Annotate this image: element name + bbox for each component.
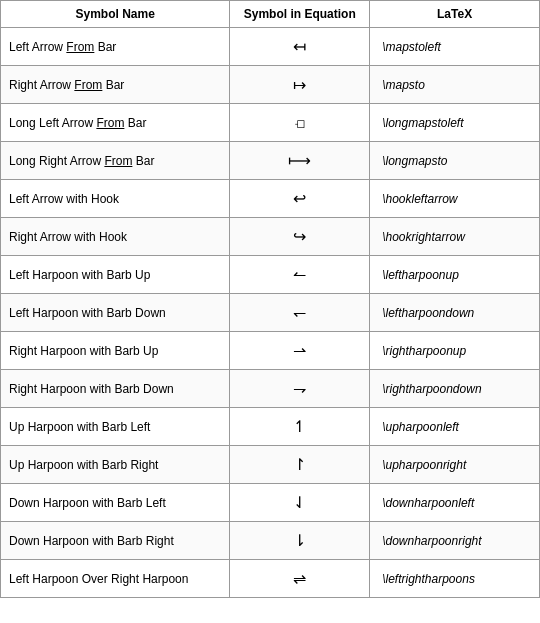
symbol-name-cell: Up Harpoon with Barb Right [1,446,230,484]
col-header-symbol: Symbol in Equation [230,1,370,28]
symbol-name-cell: Left Arrow with Hook [1,180,230,218]
table-row: Down Harpoon with Barb Left⇃\downharpoon… [1,484,540,522]
symbol-name-cell: Down Harpoon with Barb Left [1,484,230,522]
symbol-cell: ↿ [230,408,370,446]
symbol-cell: ⟤ [230,104,370,142]
table-row: Left Harpoon with Barb Down↽\leftharpoon… [1,294,540,332]
latex-cell: \leftrightharpoons [370,560,540,598]
table-row: Left Harpoon with Barb Up↼\leftharpoonup [1,256,540,294]
table-row: Long Left Arrow From Bar⟤\longmapstoleft [1,104,540,142]
latex-cell: \upharpoonright [370,446,540,484]
table-row: Down Harpoon with Barb Right⇂\downharpoo… [1,522,540,560]
latex-cell: \leftharpoondown [370,294,540,332]
latex-cell: \leftharpoonup [370,256,540,294]
latex-cell: \upharpoonleft [370,408,540,446]
symbol-cell: ⇃ [230,484,370,522]
symbol-name-cell: Long Right Arrow From Bar [1,142,230,180]
latex-cell: \rightharpoonup [370,332,540,370]
latex-cell: \longmapsto [370,142,540,180]
symbol-cell: ↪ [230,218,370,256]
table-row: Up Harpoon with Barb Left↿\upharpoonleft [1,408,540,446]
table-row: Long Right Arrow From Bar⟼\longmapsto [1,142,540,180]
symbol-cell: ⇂ [230,522,370,560]
symbol-cell: ↽ [230,294,370,332]
table-row: Up Harpoon with Barb Right↾\upharpoonrig… [1,446,540,484]
symbols-table: Symbol Name Symbol in Equation LaTeX Lef… [0,0,540,598]
col-header-latex: LaTeX [370,1,540,28]
symbol-name-cell: Left Harpoon with Barb Down [1,294,230,332]
table-row: Right Arrow From Bar↦\mapsto [1,66,540,104]
symbol-cell: ⟼ [230,142,370,180]
table-row: Right Harpoon with Barb Down⇁\rightharpo… [1,370,540,408]
latex-cell: \mapsto [370,66,540,104]
symbol-cell: ⇁ [230,370,370,408]
symbol-name-cell: Left Arrow From Bar [1,28,230,66]
latex-cell: \downharpoonright [370,522,540,560]
table-row: Left Harpoon Over Right Harpoon⇌\leftrig… [1,560,540,598]
latex-cell: \downharpoonleft [370,484,540,522]
symbol-name-cell: Up Harpoon with Barb Left [1,408,230,446]
latex-cell: \rightharpoondown [370,370,540,408]
symbol-cell: ↾ [230,446,370,484]
symbol-cell: ↼ [230,256,370,294]
symbol-cell: ↩ [230,180,370,218]
latex-cell: \mapstoleft [370,28,540,66]
symbol-name-cell: Left Harpoon Over Right Harpoon [1,560,230,598]
latex-cell: \hookrightarrow [370,218,540,256]
symbol-name-cell: Long Left Arrow From Bar [1,104,230,142]
symbol-name-cell: Right Harpoon with Barb Down [1,370,230,408]
table-row: Right Harpoon with Barb Up⇀\rightharpoon… [1,332,540,370]
symbol-name-cell: Down Harpoon with Barb Right [1,522,230,560]
symbol-name-cell: Right Arrow with Hook [1,218,230,256]
latex-cell: \longmapstoleft [370,104,540,142]
col-header-name: Symbol Name [1,1,230,28]
symbol-name-cell: Right Arrow From Bar [1,66,230,104]
table-row: Left Arrow with Hook↩\hookleftarrow [1,180,540,218]
table-row: Right Arrow with Hook↪\hookrightarrow [1,218,540,256]
symbol-cell: ⇌ [230,560,370,598]
table-row: Left Arrow From Bar↤\mapstoleft [1,28,540,66]
symbol-cell: ↦ [230,66,370,104]
latex-cell: \hookleftarrow [370,180,540,218]
symbol-cell: ⇀ [230,332,370,370]
symbol-name-cell: Left Harpoon with Barb Up [1,256,230,294]
symbol-cell: ↤ [230,28,370,66]
symbol-name-cell: Right Harpoon with Barb Up [1,332,230,370]
